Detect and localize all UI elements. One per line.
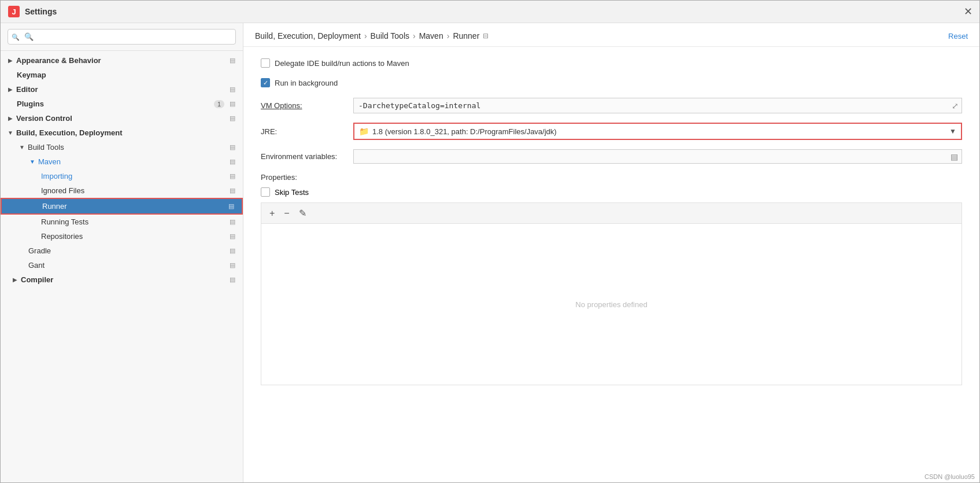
sidebar-item-icon-right: ▤ <box>228 172 237 180</box>
titlebar: J Settings ✕ <box>1 1 979 23</box>
sidebar-item-icon-right: ▤ <box>228 115 237 122</box>
sidebar-item-icon-right: ▤ <box>228 261 237 269</box>
run-background-checkbox[interactable]: ✓ <box>261 78 270 87</box>
run-background-label: Run in background <box>275 79 338 87</box>
env-vars-row: Environment variables: ▤ <box>261 149 962 164</box>
sidebar-item-build-execution[interactable]: ▼ Build, Execution, Deployment <box>1 126 243 140</box>
watermark: CSDN @luoluo95 <box>243 471 979 482</box>
sidebar-item-icon-right: ▤ <box>228 218 237 226</box>
sidebar-item-plugins[interactable]: Plugins 1 ▤ <box>1 97 243 111</box>
chevron-right-icon: ▶ <box>6 57 14 65</box>
sidebar-item-label: Gradle <box>28 246 228 255</box>
sidebar-item-appearance[interactable]: ▶ Appearance & Behavior ▤ <box>1 53 243 68</box>
vm-options-label-text: VM Options: <box>261 101 302 110</box>
sidebar-item-label: Keymap <box>17 71 237 79</box>
vm-options-input[interactable] <box>353 98 962 113</box>
jre-row: JRE: 📁 1.8 (version 1.8.0_321, path: D:/… <box>261 123 962 140</box>
main-content: ▶ Appearance & Behavior ▤ Keymap ▶ Edito… <box>1 23 979 482</box>
sidebar-item-repositories[interactable]: Repositories ▤ <box>1 229 243 244</box>
properties-table: No properties defined <box>261 223 962 385</box>
sidebar-item-runner[interactable]: Runner ▤ <box>1 198 243 215</box>
delegate-checkbox-label[interactable]: Delegate IDE build/run actions to Maven <box>261 58 409 68</box>
sidebar-item-icon-right: ▤ <box>228 86 237 93</box>
sidebar-item-keymap[interactable]: Keymap <box>1 68 243 82</box>
app-icon: J <box>8 5 20 18</box>
delegate-checkbox[interactable] <box>261 58 270 68</box>
edit-property-button[interactable]: ✎ <box>297 207 309 220</box>
remove-property-button[interactable]: − <box>282 207 291 220</box>
env-vars-icon[interactable]: ▤ <box>951 152 958 161</box>
sidebar-item-icon-right: ▤ <box>228 233 237 240</box>
sidebar-item-version-control[interactable]: ▶ Version Control ▤ <box>1 111 243 126</box>
sidebar-item-maven[interactable]: ▼ Maven ▤ <box>1 154 243 169</box>
skip-tests-label: Skip Tests <box>275 188 309 197</box>
delegate-row: Delegate IDE build/run actions to Maven <box>261 58 962 68</box>
sidebar-item-label: Build, Execution, Deployment <box>16 128 237 137</box>
jre-label-text: JRE: <box>261 127 277 136</box>
vm-options-field: ⤢ <box>353 98 962 113</box>
sidebar-item-ignored-files[interactable]: Ignored Files ▤ <box>1 183 243 198</box>
titlebar-left: J Settings <box>8 5 57 18</box>
sidebar-item-label: Running Tests <box>41 217 228 226</box>
chevron-down-icon: ▼ <box>6 129 14 137</box>
breadcrumb-sep-3: › <box>447 31 450 40</box>
breadcrumb-settings-icon[interactable]: ⊟ <box>483 32 489 40</box>
sidebar-item-icon-right: ▤ <box>228 247 237 255</box>
search-input[interactable] <box>8 29 236 45</box>
sidebar-item-icon-right: ▤ <box>228 100 237 108</box>
breadcrumb-bar: Build, Execution, Deployment › Build Too… <box>243 23 979 47</box>
settings-area: Delegate IDE build/run actions to Maven … <box>243 47 979 471</box>
sidebar-item-label: Ignored Files <box>41 186 228 195</box>
plugins-badge: 1 <box>214 100 224 108</box>
sidebar-item-compiler[interactable]: ▶ Compiler ▤ <box>1 272 243 287</box>
chevron-right-icon: ▶ <box>6 115 14 123</box>
add-property-button[interactable]: + <box>267 207 277 220</box>
chevron-down-icon: ▼ <box>18 143 26 152</box>
sidebar-item-gant[interactable]: Gant ▤ <box>1 258 243 272</box>
sidebar-item-label: Repositories <box>41 232 228 241</box>
expand-icon[interactable]: ⤢ <box>952 101 959 110</box>
sidebar-item-running-tests[interactable]: Running Tests ▤ <box>1 215 243 229</box>
chevron-down-icon: ▼ <box>28 158 36 166</box>
dropdown-arrow-icon: ▼ <box>949 127 956 135</box>
env-vars-input[interactable] <box>358 152 945 161</box>
breadcrumb: Build, Execution, Deployment › Build Too… <box>255 31 489 40</box>
sidebar-item-build-tools[interactable]: ▼ Build Tools ▤ <box>1 140 243 154</box>
reset-button[interactable]: Reset <box>948 32 968 40</box>
run-background-checkbox-label[interactable]: ✓ Run in background <box>261 78 338 87</box>
sidebar-item-label: Version Control <box>16 114 228 123</box>
sidebar-item-label: Runner <box>42 202 227 211</box>
properties-section: Properties: Skip Tests + − ✎ No properti… <box>261 173 962 385</box>
settings-window: J Settings ✕ ▶ Appearance & Behavior ▤ <box>0 0 980 483</box>
properties-toolbar: + − ✎ <box>261 202 962 223</box>
search-box <box>1 23 243 51</box>
window-title: Settings <box>25 7 57 16</box>
sidebar-item-label: Editor <box>16 85 228 94</box>
svg-text:J: J <box>12 8 16 16</box>
properties-header: Properties: <box>261 173 962 182</box>
jre-dropdown-wrapper[interactable]: 📁 1.8 (version 1.8.0_321, path: D:/Progr… <box>353 123 962 140</box>
folder-icon: 📁 <box>359 127 369 136</box>
breadcrumb-item-3: Maven <box>419 31 443 40</box>
env-vars-wrapper: ▤ <box>353 149 962 164</box>
sidebar-item-label: Build Tools <box>28 143 228 152</box>
sidebar-item-icon-right: ▤ <box>228 276 237 283</box>
nav-tree: ▶ Appearance & Behavior ▤ Keymap ▶ Edito… <box>1 51 243 482</box>
chevron-right-icon: ▶ <box>6 86 14 94</box>
sidebar-item-importing[interactable]: Importing ▤ <box>1 169 243 183</box>
sidebar: ▶ Appearance & Behavior ▤ Keymap ▶ Edito… <box>1 23 243 482</box>
vm-options-label: VM Options: <box>261 101 353 110</box>
right-panel: Build, Execution, Deployment › Build Too… <box>243 23 979 482</box>
skip-tests-checkbox[interactable] <box>261 187 270 197</box>
skip-tests-row: Skip Tests <box>261 187 962 197</box>
sidebar-item-icon-right: ▤ <box>227 202 236 210</box>
close-button[interactable]: ✕ <box>964 6 972 17</box>
vm-options-row: VM Options: ⤢ <box>261 98 962 113</box>
sidebar-item-label: Plugins <box>17 99 214 108</box>
sidebar-item-editor[interactable]: ▶ Editor ▤ <box>1 82 243 97</box>
breadcrumb-sep-1: › <box>364 31 367 40</box>
jre-label: JRE: <box>261 127 353 136</box>
env-vars-label-text: Environment variables: <box>261 152 337 161</box>
breadcrumb-item-1: Build, Execution, Deployment <box>255 31 361 40</box>
sidebar-item-gradle[interactable]: Gradle ▤ <box>1 244 243 258</box>
